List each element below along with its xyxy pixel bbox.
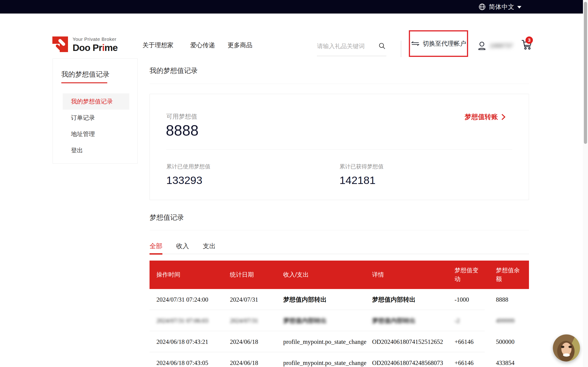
table-header-row: 操作时间 统计日期 收入/支出 详情 梦想值变动 梦想值余额 [149,261,529,289]
cell-detail: 梦想值内部转出 [372,317,455,325]
table-row: 2024/06/18 07:43:05 2024/06/18 profile_m… [149,352,529,367]
account-menu[interactable]: 1988737 [477,41,513,51]
records-section-title: 梦想值记录 [149,213,529,222]
username-masked: 1988737 [490,42,513,49]
swap-horizontal-icon [411,40,420,47]
nav-item-charity[interactable]: 爱心传递 [190,41,215,49]
cell-type: 梦想值内部转出 [283,295,372,304]
cell-balance: 433854 [496,359,529,367]
tab-income[interactable]: 收入 [176,238,189,254]
logo-tagline: Your Private Broker [73,36,118,42]
table-row: 2024/06/18 07:43:21 2024/06/18 profile_m… [149,331,529,352]
cell-change: -1000 [455,296,496,303]
site-header: Your Private Broker Doo Prime 关于理想家 爱心传递… [0,14,583,47]
cell-time: 2024/07/31 07:06:03 [149,317,230,324]
tab-expense[interactable]: 支出 [203,238,216,254]
switch-to-agent-account-button[interactable]: 切换至代理帐户 [409,30,468,57]
sidebar-title: 我的梦想值记录 [61,70,137,79]
col-header-operation-time: 操作时间 [149,270,230,279]
scrollbar-thumb[interactable] [584,2,587,144]
col-header-detail: 详情 [372,270,455,279]
available-points-label: 可用梦想值 [166,112,197,121]
used-points-label: 累计已使用梦想值 [166,163,210,170]
cell-date: 2024/07/31 [230,296,283,303]
globe-icon [478,3,486,11]
available-points-value: 8888 [166,122,199,139]
records-table: 操作时间 统计日期 收入/支出 详情 梦想值变动 梦想值余额 2024/07/3… [149,261,529,367]
logo-mark-icon [52,36,68,52]
sidebar-title-underline [61,82,107,83]
cell-balance: 500000 [496,338,529,345]
cell-change: +66146 [455,338,496,345]
cell-time: 2024/06/18 07:43:21 [149,338,230,345]
page-title: 我的梦想值记录 [149,66,529,75]
main-content: 我的梦想值记录 可用梦想值 8888 梦想值转账 累计已使用梦想值 133293… [149,66,529,367]
language-selector[interactable]: 简体中文 [478,0,521,14]
language-label: 简体中文 [489,3,515,11]
logo-brand: Doo Prime [73,42,118,53]
col-header-stat-date: 统计日期 [230,270,283,279]
cell-change: +66146 [455,359,496,367]
switch-account-label: 切换至代理帐户 [423,40,466,48]
nav-item-about[interactable]: 关于理想家 [142,41,173,49]
cell-date: 2024/07/31 [230,317,283,324]
search-input[interactable] [317,39,374,53]
sidebar-item-my-dream-points[interactable]: 我的梦想值记录 [63,93,129,110]
chevron-right-icon [501,114,506,120]
search-icon[interactable] [378,42,386,50]
divider [149,230,529,230]
user-icon [477,41,486,51]
scrollbar-track[interactable] [583,0,588,367]
cell-detail: 梦想值内部转出 [372,295,455,304]
divider [166,149,512,150]
sidebar-item-order-history[interactable]: 订单记录 [53,110,137,126]
cart-count-badge: 3 [526,36,533,44]
page: 简体中文 Your Private Broker Doo Prime 关于理想家… [0,0,588,367]
col-header-points-change: 梦想值变动 [455,266,483,283]
cell-time: 2024/06/18 07:43:05 [149,359,230,367]
cell-detail: OD20240618074152512652 [372,338,455,345]
earned-points-label: 累计已获得梦想值 [339,163,384,170]
cell-change: -2 [455,317,496,324]
cart-button[interactable]: 3 [520,39,533,51]
sidebar: 我的梦想值记录 我的梦想值记录 订单记录 地址管理 登出 [52,58,138,164]
cell-time: 2024/07/31 07:24:00 [149,296,230,303]
earned-points-value: 142181 [339,174,384,186]
top-bar: 简体中文 [0,0,583,14]
earned-points-stat: 累计已获得梦想值 142181 [339,163,384,186]
cell-type: 梦想值内部转出 [283,317,372,325]
nav-item-more-products[interactable]: 更多商品 [228,41,252,49]
used-points-value: 133293 [166,174,210,186]
col-header-income-expense: 收入/支出 [283,270,372,279]
table-row: 2024/07/31 07:24:00 2024/07/31 梦想值内部转出 梦… [149,289,529,310]
cell-balance: 8888 [496,296,529,303]
tab-all[interactable]: 全部 [149,238,162,254]
active-tab-underline [149,253,162,255]
cell-type: profile_mypoint.po_state_change [283,338,372,345]
cell-balance: 499999 [496,317,529,324]
divider [149,84,529,84]
points-transfer-link[interactable]: 梦想值转账 [465,112,506,122]
logo-text: Your Private Broker Doo Prime [73,36,118,53]
records-tabs: 全部 收入 支出 [149,238,529,254]
sidebar-item-logout[interactable]: 登出 [53,142,137,158]
table-row-blurred: 2024/07/31 07:06:03 2024/07/31 梦想值内部转出 梦… [149,310,529,331]
sidebar-item-address-management[interactable]: 地址管理 [53,126,137,142]
cell-type: profile_mypoint.po_state_change [283,359,372,367]
doo-prime-logo[interactable]: Your Private Broker Doo Prime [52,36,118,53]
col-header-points-balance: 梦想值余额 [496,266,524,283]
support-chat-avatar[interactable] [553,334,580,361]
cell-date: 2024/06/18 [230,338,283,345]
search-box [317,39,386,56]
used-points-stat: 累计已使用梦想值 133293 [166,163,210,186]
dream-points-summary-card: 可用梦想值 8888 梦想值转账 累计已使用梦想值 133293 累计已获得梦想… [149,94,529,200]
cell-detail: OD20240618074248568073 [372,359,455,367]
cell-date: 2024/06/18 [230,359,283,367]
header-divider [401,41,401,57]
caret-down-icon [517,6,521,8]
